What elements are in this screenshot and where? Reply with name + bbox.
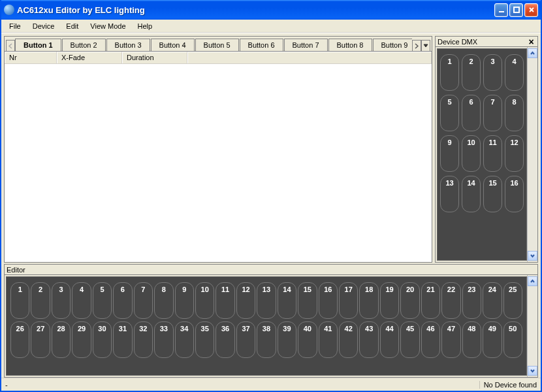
dmx-slot[interactable]: 14 [462, 176, 481, 212]
editor-slot[interactable]: 33 [154, 321, 173, 358]
dmx-slot[interactable]: 3 [483, 54, 502, 91]
dmx-slot[interactable]: 13 [440, 176, 459, 212]
editor-slot[interactable]: 39 [278, 321, 296, 358]
menu-file[interactable]: File [4, 21, 26, 31]
editor-panel: Editor 123456789101112131415161718192021… [4, 264, 538, 378]
dmx-slot[interactable]: 5 [440, 95, 459, 131]
dmx-slot[interactable]: 1 [440, 54, 459, 91]
dmx-slot[interactable]: 8 [505, 95, 524, 131]
editor-slot[interactable]: 16 [319, 282, 338, 319]
editor-slot[interactable]: 24 [483, 282, 502, 319]
editor-slot[interactable]: 36 [215, 321, 234, 358]
editor-slot[interactable]: 32 [134, 321, 153, 358]
tab-overflow-button[interactable] [421, 40, 430, 52]
editor-slot[interactable]: 43 [359, 321, 378, 358]
editor-slot[interactable]: 11 [215, 282, 234, 319]
tab-button-6[interactable]: Button 6 [240, 39, 283, 51]
editor-slot[interactable]: 14 [278, 282, 296, 319]
editor-slot[interactable]: 25 [503, 282, 522, 319]
dmx-slot[interactable]: 9 [440, 135, 459, 172]
device-dmx-close-icon[interactable]: × [527, 37, 535, 46]
dmx-slot[interactable]: 15 [483, 176, 502, 212]
dmx-slot[interactable]: 10 [462, 135, 481, 172]
tab-button-2[interactable]: Button 2 [62, 39, 106, 51]
editor-slot[interactable]: 37 [236, 321, 255, 358]
editor-slot[interactable]: 42 [339, 321, 358, 358]
editor-slot[interactable]: 1 [10, 282, 29, 319]
editor-slot[interactable]: 35 [195, 321, 214, 358]
editor-slot[interactable]: 47 [441, 321, 460, 358]
app-icon [4, 5, 14, 15]
scroll-down-icon[interactable] [528, 366, 537, 376]
menu-viewmode[interactable]: View Mode [85, 21, 131, 31]
dmx-slot[interactable]: 2 [462, 54, 481, 91]
tab-button-1[interactable]: Button 1 [15, 39, 61, 51]
editor-slot[interactable]: 20 [400, 282, 419, 319]
editor-slot[interactable]: 18 [359, 282, 378, 319]
editor-slot[interactable]: 46 [421, 321, 440, 358]
tab-button-4[interactable]: Button 4 [151, 39, 195, 51]
editor-slot[interactable]: 34 [175, 321, 194, 358]
editor-slot[interactable]: 5 [93, 282, 112, 319]
editor-slot[interactable]: 22 [441, 282, 460, 319]
dmx-slot[interactable]: 16 [505, 176, 524, 212]
menu-edit[interactable]: Edit [61, 21, 84, 31]
editor-slot[interactable]: 6 [113, 282, 132, 319]
editor-slot[interactable]: 15 [298, 282, 317, 319]
tab-button-7[interactable]: Button 7 [284, 39, 328, 51]
column-xfade[interactable]: X-Fade [57, 52, 122, 63]
editor-slot[interactable]: 17 [339, 282, 358, 319]
menu-help[interactable]: Help [133, 21, 158, 31]
editor-slot[interactable]: 30 [93, 321, 112, 358]
editor-slot[interactable]: 40 [298, 321, 317, 358]
editor-slot[interactable]: 50 [503, 321, 522, 358]
dmx-slot[interactable]: 7 [483, 95, 502, 131]
tab-scroll-left[interactable] [6, 40, 15, 52]
menu-device[interactable]: Device [27, 21, 60, 31]
editor-slot[interactable]: 45 [400, 321, 419, 358]
scroll-down-icon[interactable] [528, 251, 537, 261]
dmx-slot[interactable]: 4 [505, 54, 524, 91]
close-button[interactable] [524, 3, 538, 17]
editor-slot[interactable]: 27 [31, 321, 50, 358]
editor-slot[interactable]: 21 [421, 282, 440, 319]
editor-slot[interactable]: 3 [52, 282, 71, 319]
editor-slot[interactable]: 28 [52, 321, 71, 358]
tab-button-3[interactable]: Button 3 [106, 39, 150, 51]
scroll-up-icon[interactable] [528, 48, 537, 58]
editor-slot[interactable]: 2 [31, 282, 50, 319]
editor-slot[interactable]: 48 [462, 321, 481, 358]
dmx-slot[interactable]: 6 [462, 95, 481, 131]
editor-slot[interactable]: 38 [257, 321, 276, 358]
editor-slot[interactable]: 26 [10, 321, 29, 358]
device-dmx-panel: Device DMX × 1 2 3 4 5 6 7 8 9 1 [435, 36, 538, 263]
editor-slot[interactable]: 13 [257, 282, 276, 319]
device-dmx-scrollbar[interactable] [527, 47, 537, 262]
editor-slot[interactable]: 29 [72, 321, 91, 358]
editor-slot[interactable]: 19 [380, 282, 399, 319]
column-nr[interactable]: Nr [5, 52, 57, 63]
editor-slot[interactable]: 8 [154, 282, 173, 319]
editor-slot[interactable]: 41 [319, 321, 338, 358]
editor-slot[interactable]: 31 [113, 321, 132, 358]
editor-slot[interactable]: 23 [462, 282, 481, 319]
editor-slot[interactable]: 9 [175, 282, 194, 319]
column-duration[interactable]: Duration [122, 52, 187, 63]
tab-button-9[interactable]: Button 9 [373, 39, 413, 51]
editor-scrollbar[interactable] [527, 275, 537, 377]
tab-scroll-right[interactable] [412, 40, 421, 52]
scroll-up-icon[interactable] [528, 276, 537, 286]
minimize-button[interactable] [494, 3, 508, 17]
editor-slot[interactable]: 44 [380, 321, 399, 358]
editor-slot[interactable]: 10 [195, 282, 214, 319]
tab-button-5[interactable]: Button 5 [195, 39, 239, 51]
editor-slot[interactable]: 4 [72, 282, 91, 319]
maximize-button[interactable] [509, 3, 523, 17]
tab-button-8[interactable]: Button 8 [328, 39, 372, 51]
editor-slot[interactable]: 49 [483, 321, 502, 358]
dmx-slot[interactable]: 12 [505, 135, 524, 172]
editor-slot[interactable]: 12 [236, 282, 255, 319]
dmx-slot[interactable]: 11 [483, 135, 502, 172]
status-left: - [5, 381, 479, 389]
editor-slot[interactable]: 7 [134, 282, 153, 319]
